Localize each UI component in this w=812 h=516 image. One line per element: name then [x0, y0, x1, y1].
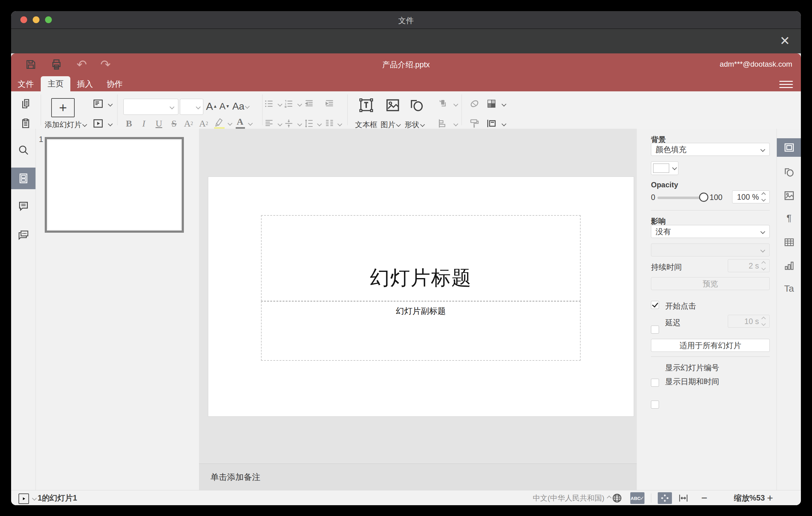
bold-icon[interactable]: B — [123, 117, 135, 130]
arrange-shapes-icon[interactable] — [436, 97, 450, 111]
opacity-slider-handle[interactable] — [699, 193, 708, 202]
change-case-icon[interactable]: Aa — [232, 99, 249, 114]
delay-checkbox[interactable] — [651, 325, 659, 334]
slideshow-mode-chevron-icon[interactable] — [32, 496, 37, 501]
vertical-align-chevron-icon[interactable] — [297, 122, 302, 126]
paste-icon[interactable] — [19, 117, 33, 130]
slide-layout-chevron-icon[interactable] — [108, 102, 113, 107]
textbox-icon[interactable] — [356, 96, 376, 115]
language-selector[interactable]: 中文(中华人民共和国) — [533, 490, 611, 505]
fit-to-slide-icon[interactable] — [658, 492, 672, 504]
show-slide-number-checkbox[interactable] — [651, 379, 659, 387]
underline-icon[interactable]: U — [153, 117, 165, 130]
font-color-icon[interactable]: A — [234, 116, 246, 127]
spell-check-icon[interactable]: ABC✓ — [630, 492, 644, 504]
start-slideshow-icon[interactable] — [91, 117, 105, 130]
account-email[interactable]: adm***@dootask.com — [720, 60, 792, 68]
shape-label[interactable]: 形状 — [404, 120, 425, 130]
background-color-swatch-select[interactable] — [651, 162, 678, 175]
shape-settings-icon[interactable] — [777, 163, 801, 181]
subtitle-placeholder[interactable]: 幻灯片副标题 — [261, 301, 581, 361]
align-shapes-icon[interactable] — [436, 117, 450, 130]
columns-icon[interactable] — [323, 117, 336, 130]
strikethrough-icon[interactable]: S — [168, 117, 180, 130]
search-icon[interactable] — [11, 139, 35, 161]
slide-settings-icon[interactable] — [777, 138, 801, 157]
background-fill-select[interactable]: 颜色填充 — [651, 143, 770, 156]
tab-home-active[interactable]: 主页 — [41, 76, 70, 91]
opacity-slider-track[interactable] — [658, 197, 704, 199]
paragraph-settings-icon[interactable]: ¶ — [777, 209, 801, 227]
columns-chevron-icon[interactable] — [338, 122, 343, 126]
bullets-icon[interactable] — [263, 97, 275, 111]
font-name-select[interactable] — [123, 99, 178, 115]
start-slideshow-chevron-icon[interactable] — [108, 122, 113, 126]
color-scheme-icon[interactable] — [485, 97, 498, 111]
slide-layout-icon[interactable] — [91, 97, 105, 111]
menu-icon[interactable] — [779, 79, 793, 90]
picture-label[interactable]: 图片 — [380, 120, 401, 130]
zoom-level[interactable]: 缩放%53 — [734, 490, 765, 505]
line-spacing-icon[interactable] — [303, 117, 315, 130]
textart-settings-icon[interactable]: Ta — [777, 279, 801, 298]
tab-collaboration[interactable]: 协作 — [103, 77, 126, 91]
shape-icon[interactable] — [407, 96, 427, 115]
slide-size-icon[interactable] — [485, 117, 498, 130]
document-language-icon[interactable] — [611, 490, 622, 505]
image-settings-icon[interactable] — [777, 187, 801, 205]
chart-settings-icon[interactable] — [777, 257, 801, 275]
start-on-click-checkbox[interactable] — [651, 301, 659, 309]
font-size-select[interactable] — [180, 99, 203, 115]
color-scheme-chevron-icon[interactable] — [502, 102, 506, 107]
decrease-indent-icon[interactable] — [303, 97, 315, 111]
slide-canvas[interactable]: 幻灯片标题 幻灯片副标题 — [208, 177, 634, 416]
horizontal-align-chevron-icon[interactable] — [278, 122, 283, 126]
slide-thumbnail-selected[interactable] — [45, 137, 184, 233]
picture-icon[interactable] — [382, 96, 403, 115]
add-slide-button[interactable]: + — [51, 98, 75, 117]
subscript-icon[interactable]: A2 — [197, 117, 210, 130]
opacity-value-input[interactable]: 100 % — [732, 191, 770, 203]
zoom-out-icon[interactable]: − — [701, 490, 707, 505]
chat-icon[interactable] — [11, 224, 35, 246]
increase-font-icon[interactable]: A▲ — [205, 99, 218, 114]
font-color-chevron-icon[interactable] — [248, 121, 253, 126]
numbering-icon[interactable] — [283, 97, 295, 111]
start-slideshow-status-icon[interactable] — [19, 493, 29, 504]
slide-indicator: 1的幻灯片1 — [38, 490, 77, 505]
editor-window: 文件 ✕ ↶ ↷ 产品介绍.pptx adm***@dootask.com 文件… — [11, 11, 801, 505]
increase-indent-icon[interactable] — [323, 97, 336, 111]
zoom-in-icon[interactable]: + — [767, 490, 773, 505]
superscript-icon[interactable]: A2 — [182, 117, 195, 130]
italic-icon[interactable]: I — [138, 117, 150, 130]
copy-icon[interactable] — [19, 97, 33, 111]
fit-to-width-icon[interactable] — [678, 490, 689, 505]
comments-icon[interactable] — [11, 195, 35, 217]
apply-to-all-slides-button[interactable]: 适用于所有幻灯片 — [651, 339, 770, 352]
highlight-color-icon[interactable] — [212, 116, 226, 128]
vertical-align-icon[interactable] — [283, 117, 295, 130]
effect-type-select-disabled — [651, 243, 770, 256]
copy-style-icon[interactable] — [468, 117, 481, 130]
horizontal-align-icon[interactable] — [263, 117, 275, 130]
bullets-chevron-icon[interactable] — [278, 102, 283, 107]
line-spacing-chevron-icon[interactable] — [317, 122, 322, 126]
highlight-chevron-icon[interactable] — [228, 121, 233, 126]
tab-file[interactable]: 文件 — [14, 77, 37, 91]
add-slide-label[interactable]: 添加幻灯片 — [41, 120, 90, 130]
decrease-font-icon[interactable]: A▼ — [219, 99, 231, 114]
notes-area[interactable]: 单击添加备注 — [199, 463, 637, 490]
slide-size-chevron-icon[interactable] — [502, 122, 506, 126]
tab-insert[interactable]: 插入 — [74, 77, 96, 91]
title-placeholder[interactable]: 幻灯片标题 — [261, 215, 581, 301]
close-icon[interactable]: ✕ — [777, 33, 793, 49]
arrange-chevron-icon[interactable] — [454, 102, 459, 107]
slides-panel-icon[interactable] — [11, 168, 35, 189]
effect-select[interactable]: 没有 — [651, 225, 770, 238]
clear-style-icon[interactable] — [468, 97, 481, 111]
align-shapes-chevron-icon[interactable] — [454, 122, 459, 126]
show-date-time-checkbox[interactable] — [651, 401, 659, 409]
textbox-label[interactable]: 文本框 — [352, 120, 381, 130]
table-settings-icon[interactable] — [777, 233, 801, 252]
numbering-chevron-icon[interactable] — [297, 102, 302, 107]
